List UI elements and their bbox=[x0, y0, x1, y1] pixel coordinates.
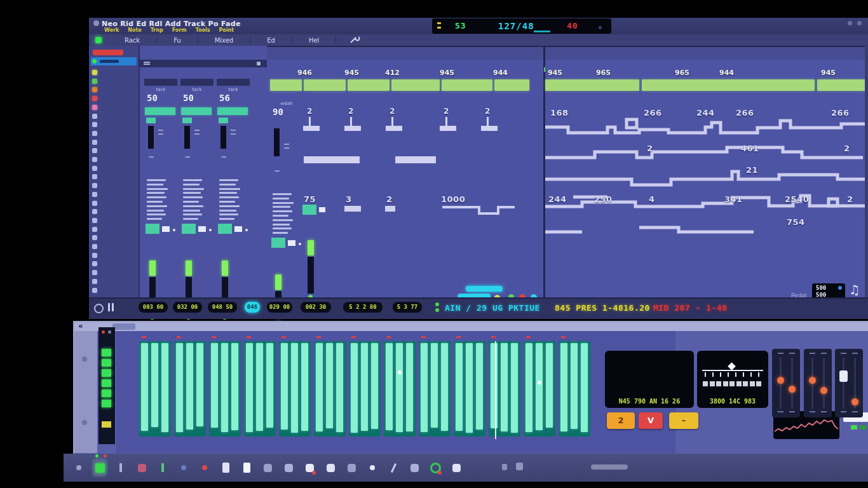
mixer-strip[interactable]: tack50~50 bbox=[144, 79, 177, 330]
step-bar[interactable] bbox=[371, 343, 378, 429]
event-bar-segment[interactable] bbox=[494, 79, 529, 91]
gutter-dot[interactable] bbox=[82, 356, 87, 362]
track-icon[interactable] bbox=[92, 157, 97, 162]
track-icon[interactable] bbox=[92, 218, 97, 223]
step-bar[interactable] bbox=[560, 343, 567, 431]
automation-value[interactable]: 168 bbox=[550, 108, 569, 118]
track-icon[interactable] bbox=[92, 166, 97, 171]
slider-track[interactable] bbox=[791, 358, 793, 409]
step-bar-group[interactable] bbox=[174, 341, 206, 437]
event-bar-segment[interactable] bbox=[545, 79, 639, 91]
taskbar-app-icon[interactable] bbox=[93, 459, 106, 476]
slider-knob[interactable] bbox=[789, 386, 796, 393]
track-icon[interactable] bbox=[92, 279, 97, 284]
step-bar[interactable] bbox=[301, 343, 308, 431]
step-bar[interactable] bbox=[456, 343, 463, 431]
track-icon[interactable] bbox=[92, 261, 97, 266]
track-icon[interactable] bbox=[92, 105, 97, 110]
step-bar[interactable] bbox=[186, 343, 193, 430]
tray-icon[interactable] bbox=[516, 463, 523, 470]
slider-track[interactable] bbox=[823, 358, 825, 409]
strip-event-bar[interactable] bbox=[217, 107, 248, 115]
menu-item[interactable]: Note bbox=[128, 27, 141, 33]
taskbar-app-icon[interactable] bbox=[387, 459, 400, 476]
scrollbar-vertical[interactable] bbox=[865, 46, 868, 297]
step-bar[interactable] bbox=[501, 343, 508, 431]
automation-value[interactable]: 461 bbox=[741, 144, 759, 153]
taskbar-app-icon[interactable] bbox=[345, 459, 358, 476]
automation-value[interactable]: 754 bbox=[787, 217, 805, 227]
step-bar[interactable] bbox=[491, 343, 498, 428]
track-icon[interactable] bbox=[92, 288, 97, 293]
tray-clock-smudge[interactable] bbox=[591, 464, 628, 470]
track-icon[interactable] bbox=[92, 148, 97, 153]
menu-item[interactable]: Trnp bbox=[151, 27, 163, 33]
event-bar-segment[interactable] bbox=[270, 79, 302, 91]
step-bar[interactable] bbox=[246, 343, 253, 432]
step-bar-group[interactable] bbox=[279, 341, 311, 437]
lower-titlebar[interactable]: « bbox=[74, 322, 868, 331]
locator-badge[interactable]: 002 30 bbox=[301, 302, 331, 313]
record-banner[interactable] bbox=[93, 50, 123, 55]
taskbar-app-icon[interactable] bbox=[114, 459, 127, 476]
value-box-small[interactable] bbox=[234, 226, 242, 232]
automation-value[interactable]: 4 bbox=[649, 194, 655, 204]
automation-value[interactable]: 2540 bbox=[785, 194, 809, 204]
event-bar-segment[interactable] bbox=[442, 79, 492, 91]
track-icon[interactable] bbox=[92, 244, 97, 249]
mixer-strip[interactable]: tack56~50 bbox=[217, 79, 250, 330]
step-bar-group[interactable] bbox=[489, 341, 520, 437]
toolbar-button[interactable]: Mixed bbox=[198, 37, 251, 44]
strip-fader-slot[interactable] bbox=[274, 128, 280, 156]
step-bar[interactable] bbox=[196, 343, 203, 426]
value-box[interactable] bbox=[271, 238, 285, 248]
track-icon[interactable] bbox=[92, 235, 97, 240]
mixer-strip[interactable]: tack50~50 bbox=[180, 79, 214, 330]
menu-item[interactable]: Form bbox=[172, 27, 187, 33]
event-bar-segment[interactable] bbox=[304, 79, 346, 91]
hardware-button[interactable]: – bbox=[669, 412, 698, 429]
automation-value[interactable]: 266 bbox=[831, 108, 850, 118]
playback-cursor[interactable] bbox=[495, 341, 496, 439]
selection-pill[interactable] bbox=[466, 286, 503, 292]
automation-value[interactable]: 244 bbox=[548, 194, 567, 204]
automation-value[interactable]: 2 bbox=[307, 107, 313, 116]
slider-knob[interactable] bbox=[777, 377, 784, 384]
window-controls[interactable] bbox=[848, 21, 862, 25]
step-bar[interactable] bbox=[581, 343, 588, 432]
selected-track-row[interactable] bbox=[91, 57, 137, 65]
locator-badge[interactable]: 003 60 bbox=[139, 302, 168, 313]
step-bar-group[interactable] bbox=[559, 341, 590, 437]
step-bar[interactable] bbox=[476, 343, 483, 430]
step-bar[interactable] bbox=[161, 343, 168, 432]
tray-icon[interactable] bbox=[502, 464, 507, 470]
value-box-small[interactable] bbox=[162, 226, 170, 232]
track-icon[interactable] bbox=[92, 253, 97, 258]
taskbar-app-icon[interactable] bbox=[408, 459, 421, 476]
slider-track[interactable] bbox=[843, 358, 844, 409]
taskbar-app-icon[interactable] bbox=[324, 459, 337, 476]
taskbar-app-icon[interactable] bbox=[240, 459, 253, 476]
strip-fader-slot[interactable] bbox=[220, 126, 226, 149]
automation-value[interactable]: 2 bbox=[847, 194, 853, 204]
step-bar[interactable] bbox=[431, 343, 438, 428]
step-bar-group[interactable] bbox=[349, 341, 381, 437]
automation-value[interactable]: 250 bbox=[594, 194, 613, 204]
automation-value[interactable]: 21 bbox=[746, 165, 758, 175]
taskbar-app-icon[interactable] bbox=[72, 459, 85, 476]
step-bar-group[interactable] bbox=[524, 341, 555, 437]
strip-fader-slot[interactable] bbox=[148, 126, 154, 149]
locator-badge[interactable]: 032 00 bbox=[173, 302, 202, 313]
automation-value[interactable]: 2 bbox=[444, 107, 449, 116]
step-bar[interactable] bbox=[151, 343, 158, 427]
step-bar-group[interactable] bbox=[244, 341, 276, 437]
slider-knob[interactable] bbox=[851, 398, 858, 405]
strip-event-bar[interactable] bbox=[145, 107, 175, 115]
menu-item[interactable]: Point bbox=[219, 27, 234, 33]
step-bar-group[interactable] bbox=[384, 341, 416, 437]
step-bars-region[interactable] bbox=[116, 331, 675, 453]
arrange-pane-right[interactable]: 9459659659449451682662442662662461221244… bbox=[545, 60, 868, 297]
value-box-small[interactable] bbox=[198, 226, 206, 232]
step-bar[interactable] bbox=[511, 343, 518, 433]
power-icon[interactable] bbox=[94, 304, 104, 313]
